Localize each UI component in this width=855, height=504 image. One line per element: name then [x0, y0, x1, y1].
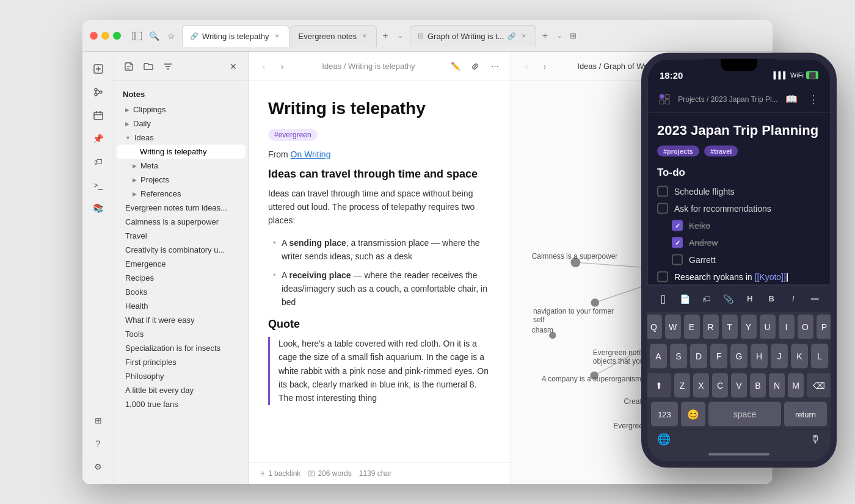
key-n[interactable]: N — [769, 373, 785, 398]
key-g[interactable]: G — [730, 344, 748, 369]
close-sidebar-icon[interactable]: ✕ — [226, 59, 241, 74]
key-x[interactable]: X — [693, 373, 709, 398]
sidebar-item-ideas[interactable]: ▼ Ideas — [117, 131, 246, 145]
sidebar-item-calmness[interactable]: Calmness is a superpower — [117, 215, 246, 229]
sidebar-item-recipes[interactable]: Recipes — [117, 271, 246, 285]
calendar-icon[interactable] — [89, 106, 108, 125]
key-w[interactable]: W — [665, 315, 681, 339]
sidebar-item-daily[interactable]: ▶ Daily — [117, 117, 246, 131]
settings-icon[interactable]: ⚙ — [89, 457, 108, 477]
checkbox-flights[interactable] — [657, 186, 668, 197]
sidebar-item-projects[interactable]: ▶ Projects — [117, 173, 246, 187]
archive-icon[interactable]: 📚 — [89, 198, 108, 218]
checkbox-ryokans[interactable] — [657, 272, 668, 283]
minimize-button[interactable] — [101, 32, 109, 40]
folder-icon[interactable] — [141, 59, 156, 74]
window-layout-icon[interactable]: ⊞ — [567, 30, 579, 42]
phone-more-icon[interactable]: ⋮ — [805, 90, 822, 107]
sidebar-item-books[interactable]: Books — [117, 285, 246, 299]
key-shift[interactable]: ⬆ — [647, 373, 671, 398]
tab-close-2[interactable]: ✕ — [360, 32, 369, 40]
sidebar-toggle-icon[interactable] — [131, 30, 143, 42]
new-note-icon[interactable] — [89, 59, 108, 79]
edit-icon[interactable]: ✏️ — [448, 59, 463, 74]
toolbar-file[interactable]: 📄 — [675, 289, 694, 308]
sidebar-item-health[interactable]: Health — [117, 299, 246, 313]
tab-graph[interactable]: ⚄ Graph of Writing is t... 🔗 ✕ — [410, 25, 536, 47]
checkbox-garrett[interactable] — [672, 254, 683, 265]
toolbar-italic[interactable]: I — [784, 289, 803, 308]
sort-icon[interactable] — [161, 59, 175, 74]
close-button[interactable] — [90, 32, 98, 40]
key-v[interactable]: V — [731, 373, 747, 398]
key-return[interactable]: return — [784, 402, 827, 427]
key-k[interactable]: K — [791, 344, 808, 369]
key-t[interactable]: T — [722, 315, 738, 339]
help-icon[interactable]: ? — [89, 434, 108, 453]
terminal-icon[interactable]: >_ — [89, 175, 108, 195]
sidebar-item-philosophy[interactable]: Philosophy — [117, 369, 246, 383]
toolbar-tag[interactable]: 🏷 — [697, 289, 716, 308]
key-f[interactable]: F — [710, 344, 727, 369]
sidebar-item-meta[interactable]: ▶ Meta — [117, 159, 246, 173]
checkbox-keiko[interactable] — [672, 220, 683, 231]
key-numbers[interactable]: 123 — [651, 402, 678, 427]
checklist-item-recommendations[interactable]: Ask for recommendations — [657, 203, 821, 214]
key-o[interactable]: O — [798, 315, 813, 339]
link-icon[interactable] — [468, 59, 482, 74]
sidebar-item-tools[interactable]: Tools — [117, 327, 246, 341]
forward-button[interactable]: › — [275, 60, 289, 73]
toolbar-attach[interactable]: 📎 — [718, 289, 738, 308]
sidebar-item-emergence[interactable]: Emergence — [117, 257, 246, 271]
star-icon[interactable]: ☆ — [165, 30, 177, 42]
checkbox-andrew[interactable] — [672, 237, 683, 248]
toolbar-brackets[interactable]: [] — [653, 289, 673, 308]
key-c[interactable]: C — [712, 373, 728, 398]
key-emoji[interactable]: 😊 — [681, 402, 705, 427]
checklist-item-garrett[interactable]: Garrett — [657, 254, 821, 265]
sidebar-item-evergreen-ideas[interactable]: Evergreen notes turn ideas... — [117, 201, 246, 215]
sidebar-item-creativity[interactable]: Creativity is combinatory u... — [117, 243, 246, 257]
key-b[interactable]: B — [750, 373, 766, 398]
tab-evergreen-notes[interactable]: Evergreen notes ✕ — [291, 25, 377, 47]
tabs-chevron-2-icon[interactable]: ⌵ — [553, 30, 566, 42]
checklist-item-ryokans[interactable]: Research ryokans in [[Kyoto]] — [657, 272, 821, 283]
tabs-chevron-icon[interactable]: ⌵ — [394, 30, 406, 42]
key-s[interactable]: S — [670, 344, 687, 369]
key-l[interactable]: L — [811, 344, 828, 369]
sidebar-item-1000-fans[interactable]: 1,000 true fans — [117, 397, 246, 411]
phone-grid-icon[interactable] — [656, 90, 673, 107]
key-r[interactable]: R — [703, 315, 719, 339]
sidebar-item-writing-telepathy[interactable]: Writing is telepathy — [117, 145, 246, 159]
toolbar-strikethrough[interactable]: — — [805, 289, 824, 308]
key-z[interactable]: Z — [674, 373, 690, 398]
sidebar-item-first-principles[interactable]: First principles — [117, 355, 246, 369]
toolbar-heading[interactable]: H — [740, 289, 760, 308]
tab-writing-telepathy[interactable]: 🔗 Writing is telepathy ✕ — [182, 25, 289, 47]
new-tab-button-2[interactable]: + — [537, 29, 552, 43]
back-button[interactable]: ‹ — [257, 60, 271, 73]
globe-icon[interactable]: 🌐 — [657, 433, 671, 446]
key-i[interactable]: I — [779, 315, 795, 339]
sidebar-item-little-bit[interactable]: A little bit every day — [117, 383, 246, 397]
toolbar-bold[interactable]: B — [762, 289, 781, 308]
sidebar-item-travel[interactable]: Travel — [117, 229, 246, 243]
mic-icon[interactable]: 🎙 — [810, 433, 821, 445]
tab-close-3[interactable]: ✕ — [520, 32, 528, 40]
key-u[interactable]: U — [760, 315, 776, 339]
key-h[interactable]: H — [751, 344, 768, 369]
key-delete[interactable]: ⌫ — [807, 373, 831, 398]
widget-icon[interactable]: ⊞ — [89, 411, 108, 430]
pin-icon[interactable]: 📌 — [89, 129, 108, 148]
sidebar-item-specialization[interactable]: Specialization is for insects — [117, 341, 246, 355]
sidebar-item-what-easy[interactable]: What if it were easy — [117, 313, 246, 327]
key-space[interactable]: space — [708, 402, 781, 427]
more-options-icon[interactable]: ⋯ — [487, 59, 502, 74]
phone-book-icon[interactable]: 📖 — [783, 90, 800, 107]
graph-forward-button[interactable]: › — [538, 60, 551, 73]
backlinks-count[interactable]: 1 backlink — [258, 469, 300, 478]
phone-tag-projects[interactable]: #projects — [657, 146, 699, 157]
new-tab-button[interactable]: + — [378, 29, 393, 43]
branch-icon[interactable] — [89, 82, 108, 102]
search-icon[interactable]: 🔍 — [148, 30, 160, 42]
